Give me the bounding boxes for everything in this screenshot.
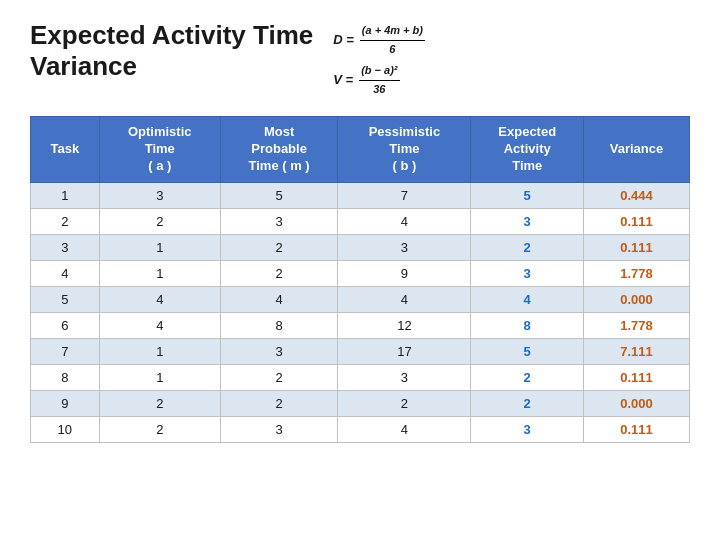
table-cell: 2 [220,391,338,417]
table-cell: 5 [31,287,100,313]
table-cell: 2 [471,365,583,391]
table-cell: 8 [471,313,583,339]
table-cell: 0.000 [583,287,689,313]
table-cell: 3 [220,417,338,443]
table-cell: 4 [220,287,338,313]
table-row: 812320.111 [31,365,690,391]
title-line2: Variance [30,51,313,82]
v-fraction: (b − a)² 36 [359,62,399,98]
table-row: 1023430.111 [31,417,690,443]
table-cell: 6 [31,313,100,339]
table-cell: 7 [338,183,471,209]
table-cell: 7.111 [583,339,689,365]
table-cell: 8 [31,365,100,391]
table-cell: 3 [471,417,583,443]
table-cell: 1.778 [583,313,689,339]
table-row: 7131757.111 [31,339,690,365]
table-cell: 4 [31,261,100,287]
table-cell: 9 [338,261,471,287]
table-cell: 2 [99,391,220,417]
table-cell: 5 [220,183,338,209]
table-cell: 3 [471,261,583,287]
table-cell: 3 [220,209,338,235]
table-cell: 10 [31,417,100,443]
table-row: 412931.778 [31,261,690,287]
table-cell: 0.444 [583,183,689,209]
table-cell: 5 [471,183,583,209]
table-cell: 4 [338,287,471,313]
table-cell: 3 [338,235,471,261]
table-cell: 2 [31,209,100,235]
table-cell: 0.111 [583,365,689,391]
table-cell: 2 [220,365,338,391]
table-cell: 2 [471,391,583,417]
table-cell: 2 [471,235,583,261]
table-cell: 2 [338,391,471,417]
table-cell: 3 [99,183,220,209]
table-row: 6481281.778 [31,313,690,339]
table-cell: 3 [31,235,100,261]
col-header-pessimistic: PessimisticTime( b ) [338,117,471,183]
d-fraction: (a + 4m + b) 6 [360,22,425,58]
col-header-variance: Variance [583,117,689,183]
table-cell: 3 [338,365,471,391]
formula-block: D = (a + 4m + b) 6 V = (b − a)² 36 [333,20,427,98]
table-cell: 2 [99,417,220,443]
table-cell: 1 [31,183,100,209]
activity-table: Task OptimisticTime( a ) MostProbableTim… [30,116,690,443]
table-cell: 4 [99,313,220,339]
col-header-task: Task [31,117,100,183]
table-cell: 5 [471,339,583,365]
table-cell: 1 [99,339,220,365]
table-row: 922220.000 [31,391,690,417]
table-cell: 9 [31,391,100,417]
table-cell: 4 [471,287,583,313]
col-header-eat: ExpectedActivityTime [471,117,583,183]
col-header-optimistic: OptimisticTime( a ) [99,117,220,183]
table-cell: 0.111 [583,235,689,261]
table-cell: 0.111 [583,209,689,235]
table-cell: 7 [31,339,100,365]
table-cell: 4 [338,209,471,235]
col-header-most-probable: MostProbableTime ( m ) [220,117,338,183]
table-cell: 3 [220,339,338,365]
table-cell: 2 [220,235,338,261]
table-cell: 0.000 [583,391,689,417]
page-title: Expected Activity Time Variance D = (a +… [30,20,690,98]
table-cell: 8 [220,313,338,339]
table-row: 312320.111 [31,235,690,261]
table-row: 223430.111 [31,209,690,235]
table-cell: 2 [220,261,338,287]
table-cell: 1 [99,261,220,287]
title-line1: Expected Activity Time [30,20,313,51]
table-cell: 2 [99,209,220,235]
table-cell: 17 [338,339,471,365]
table-cell: 4 [99,287,220,313]
table-cell: 1 [99,235,220,261]
v-label: V = [333,70,353,91]
table-row: 544440.000 [31,287,690,313]
table-cell: 4 [338,417,471,443]
table-cell: 0.111 [583,417,689,443]
d-label: D = [333,30,354,51]
table-cell: 1.778 [583,261,689,287]
table-row: 135750.444 [31,183,690,209]
table-cell: 12 [338,313,471,339]
table-cell: 1 [99,365,220,391]
table-cell: 3 [471,209,583,235]
